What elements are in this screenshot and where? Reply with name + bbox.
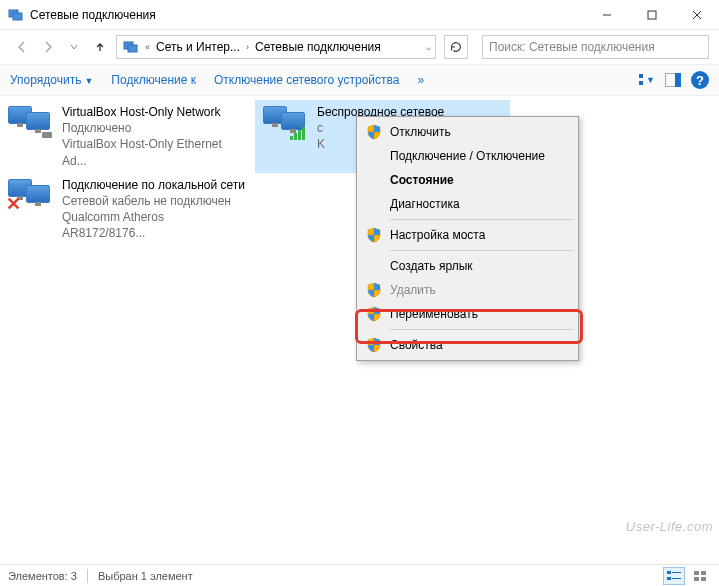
svg-rect-10: [639, 81, 643, 85]
item-device: Qualcomm Atheros AR8172/8176...: [62, 209, 249, 241]
help-button[interactable]: ?: [691, 71, 709, 89]
context-menu-item[interactable]: Подключение / Отключение: [360, 144, 575, 168]
context-menu-item[interactable]: Переименовать: [360, 302, 575, 326]
context-menu-separator: [390, 219, 574, 220]
item-device: VirtualBox Host-Only Ethernet Ad...: [62, 136, 249, 168]
item-name: VirtualBox Host-Only Network: [62, 104, 249, 120]
svg-rect-16: [672, 572, 681, 573]
svg-rect-18: [672, 578, 681, 579]
breadcrumb-sep: «: [143, 42, 152, 52]
network-adapter-icon: [261, 104, 309, 140]
context-menu-label: Диагностика: [390, 197, 460, 211]
svg-rect-21: [694, 577, 699, 581]
view-details-button[interactable]: [663, 567, 685, 585]
context-menu-separator: [390, 329, 574, 330]
status-selected: Выбран 1 элемент: [98, 570, 193, 582]
preview-pane-button[interactable]: [665, 72, 681, 88]
context-menu-separator: [390, 250, 574, 251]
search-input[interactable]: Поиск: Сетевые подключения: [482, 35, 709, 59]
toolbar-overflow[interactable]: »: [417, 73, 424, 87]
disable-device-button[interactable]: Отключение сетевого устройства: [214, 73, 399, 87]
chevron-down-icon[interactable]: ⌵: [424, 42, 433, 52]
window-icon: [8, 7, 24, 23]
breadcrumb-part2[interactable]: Сетевые подключения: [251, 36, 385, 58]
window-title: Сетевые подключения: [30, 8, 584, 22]
svg-rect-17: [667, 577, 671, 580]
context-menu-label: Переименовать: [390, 307, 478, 321]
breadcrumb[interactable]: « Сеть и Интер... › Сетевые подключения …: [116, 35, 436, 59]
chevron-right-icon[interactable]: ›: [244, 42, 251, 52]
svg-rect-22: [701, 577, 706, 581]
content-area: VirtualBox Host-Only Network Подключено …: [0, 96, 719, 558]
context-menu-label: Свойства: [390, 338, 443, 352]
svg-rect-15: [667, 571, 671, 574]
svg-rect-13: [675, 73, 681, 87]
context-menu-item[interactable]: Настройка моста: [360, 223, 575, 247]
watermark: User-Life.com: [626, 519, 713, 534]
network-adapter-icon: ✕: [6, 177, 54, 213]
status-bar: Элементов: 3 Выбран 1 элемент: [0, 564, 719, 586]
svg-rect-19: [694, 571, 699, 575]
toolbar: Упорядочить▼ Подключение к Отключение се…: [0, 64, 719, 96]
context-menu-item[interactable]: Создать ярлык: [360, 254, 575, 278]
title-bar: Сетевые подключения: [0, 0, 719, 30]
refresh-button[interactable]: [444, 35, 468, 59]
context-menu: ОтключитьПодключение / ОтключениеСостоян…: [356, 116, 579, 361]
connect-to-button[interactable]: Подключение к: [111, 73, 196, 87]
context-menu-label: Создать ярлык: [390, 259, 473, 273]
context-menu-item[interactable]: Свойства: [360, 333, 575, 357]
context-menu-label: Состояние: [390, 173, 454, 187]
view-large-button[interactable]: [689, 567, 711, 585]
svg-rect-20: [701, 571, 706, 575]
recent-dropdown[interactable]: [62, 35, 86, 59]
view-button[interactable]: ▼: [639, 72, 655, 88]
disconnected-icon: ✕: [6, 193, 21, 215]
svg-rect-14: [42, 132, 52, 138]
context-menu-item[interactable]: Диагностика: [360, 192, 575, 216]
connection-item[interactable]: VirtualBox Host-Only Network Подключено …: [0, 100, 255, 173]
item-status: Сетевой кабель не подключен: [62, 193, 249, 209]
maximize-button[interactable]: [629, 0, 674, 29]
signal-bars-icon: [290, 127, 305, 140]
svg-rect-8: [639, 74, 643, 78]
item-status: Подключено: [62, 120, 249, 136]
context-menu-item[interactable]: Отключить: [360, 120, 575, 144]
close-button[interactable]: [674, 0, 719, 29]
minimize-button[interactable]: [584, 0, 629, 29]
item-name: Подключение по локальной сети: [62, 177, 249, 193]
context-menu-label: Подключение / Отключение: [390, 149, 545, 163]
context-menu-label: Настройка моста: [390, 228, 485, 242]
organize-button[interactable]: Упорядочить▼: [10, 73, 93, 87]
search-placeholder: Поиск: Сетевые подключения: [489, 40, 655, 54]
context-menu-label: Отключить: [390, 125, 451, 139]
network-adapter-icon: [6, 104, 54, 140]
context-menu-item[interactable]: Состояние: [360, 168, 575, 192]
connection-item[interactable]: ✕ Подключение по локальной сети Сетевой …: [0, 173, 255, 246]
status-count: Элементов: 3: [8, 570, 77, 582]
svg-rect-3: [648, 11, 656, 19]
breadcrumb-part1[interactable]: Сеть и Интер...: [152, 36, 244, 58]
address-bar: « Сеть и Интер... › Сетевые подключения …: [0, 30, 719, 64]
back-button[interactable]: [10, 35, 34, 59]
breadcrumb-icon: [119, 36, 143, 58]
svg-rect-1: [13, 13, 22, 20]
context-menu-item: Удалить: [360, 278, 575, 302]
forward-button[interactable]: [36, 35, 60, 59]
svg-rect-7: [128, 45, 137, 52]
context-menu-label: Удалить: [390, 283, 436, 297]
up-button[interactable]: [88, 35, 112, 59]
